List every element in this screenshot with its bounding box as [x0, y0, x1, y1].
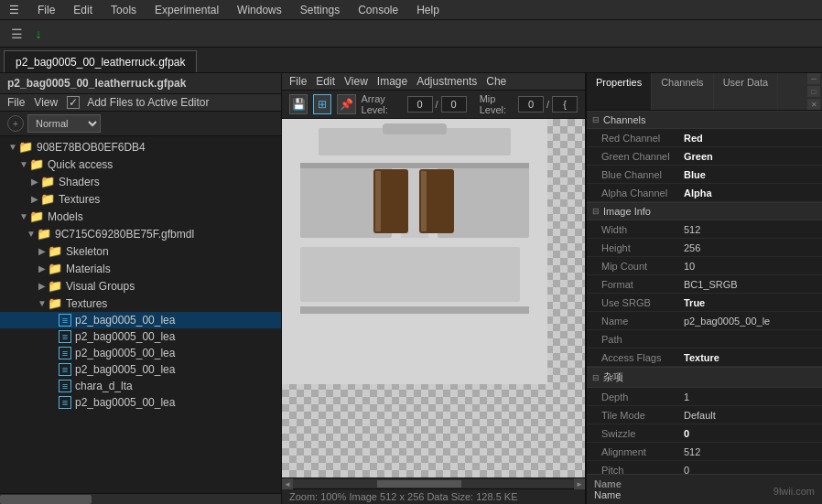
top-menubar: ☰ File Edit Tools Experimental Windows S…	[0, 0, 822, 20]
green-arrow-icon[interactable]: ↓	[29, 25, 48, 43]
menu-experimental[interactable]: Experimental	[151, 2, 222, 18]
tree-item-tex5[interactable]: ≡ p2_bag0005_00_lea	[0, 394, 281, 411]
left-menu-view[interactable]: View	[34, 96, 58, 109]
image-info-section-header: ⊟ Image Info	[587, 202, 822, 220]
tree-item-textures2[interactable]: ▼ 📁 Textures	[0, 295, 281, 312]
tree-item-skeleton[interactable]: ▶ 📁 Skeleton	[0, 242, 281, 260]
expand-icon: ▼	[18, 211, 29, 221]
save-tool-button[interactable]: 💾	[289, 94, 308, 114]
tree-item-chara[interactable]: ≡ chara_d_lta	[0, 378, 281, 394]
menu-console[interactable]: Console	[354, 2, 402, 18]
mip-level-max-input[interactable]	[552, 96, 578, 113]
tree-item-tex2[interactable]: ≡ p2_bag0005_00_lea	[0, 328, 281, 345]
tree-item-textures[interactable]: ▶ 📁 Textures	[0, 190, 281, 208]
expand-icon: ▶	[37, 246, 48, 256]
panel-maximize-button[interactable]: □	[807, 86, 820, 97]
menu-help[interactable]: Help	[413, 2, 443, 18]
props-row-height: Height 256	[587, 239, 822, 257]
tree-item-models[interactable]: ▼ 📁 Models	[0, 208, 281, 225]
props-content: ⊟ Channels Red Channel Red Green Channel…	[587, 111, 822, 474]
hscroll-thumb[interactable]	[0, 495, 92, 504]
folder-icon: 📁	[37, 227, 51, 241]
menu-settings[interactable]: Settings	[297, 2, 343, 18]
panel-close-button[interactable]: ✕	[807, 99, 820, 110]
tree-item-root[interactable]: ▼ 📁 908E78BOB0EF6DB4	[0, 138, 281, 155]
array-level-max-input[interactable]	[441, 96, 467, 113]
left-panel: p2_bag0005_00_leatherruck.gfpak File Vie…	[0, 73, 282, 504]
active-tab[interactable]: p2_bag0005_00_leatherruck.gfpak	[4, 50, 197, 72]
expand-icon: ▶	[37, 281, 48, 291]
props-row-blue-channel: Blue Channel Blue	[587, 166, 822, 184]
props-bottom: Name Name	[587, 474, 822, 504]
collapse-icon: ⊟	[592, 115, 600, 124]
menu-windows[interactable]: Windows	[233, 2, 286, 18]
image-menubar: File Edit View Image Adjustments Che	[282, 73, 585, 91]
array-level-control: Array Level: /	[362, 93, 467, 115]
left-menu-file[interactable]: File	[7, 96, 25, 109]
expand-icon: ▼	[7, 142, 18, 152]
menu-tools[interactable]: Tools	[107, 2, 140, 18]
tab-channels[interactable]: Channels	[652, 73, 713, 110]
expand-icon: ▼	[37, 298, 48, 308]
img-menu-view[interactable]: View	[344, 75, 368, 88]
hscroll-right-button[interactable]: ►	[574, 478, 585, 489]
main-layout: p2_bag0005_00_leatherruck.gfpak File Vie…	[0, 73, 822, 504]
tab-bar: p2_bag0005_00_leatherruck.gfpak	[0, 48, 822, 73]
img-menu-edit[interactable]: Edit	[316, 75, 335, 88]
panel-minimize-button[interactable]: ─	[807, 73, 820, 84]
hscroll-left-button[interactable]: ◄	[282, 478, 293, 489]
pin-tool-button[interactable]: 📌	[337, 94, 355, 114]
file-icon: ≡	[59, 347, 71, 359]
tree-item-tex4[interactable]: ≡ p2_bag0005_00_lea	[0, 361, 281, 378]
folder-icon: 📁	[29, 209, 44, 223]
tree-item-tex1[interactable]: ≡ p2_bag0005_00_lea	[0, 312, 281, 328]
misc-section-header: ⊟ 杂项	[587, 367, 822, 388]
props-tabs: Properties Channels User Data ─ □ ✕	[587, 73, 822, 111]
file-tree: ▼ 📁 908E78BOB0EF6DB4 ▼ 📁 Quick access ▶ …	[0, 136, 281, 493]
zoom-tool-button[interactable]: ⊞	[313, 94, 331, 114]
toolbar: ☰ ↓	[0, 20, 822, 48]
props-row-use-srgb: Use SRGB True	[587, 294, 822, 312]
array-level-input[interactable]	[407, 96, 433, 113]
properties-panel: Properties Channels User Data ─ □ ✕ ⊟ Ch…	[586, 73, 822, 504]
hscroll-thumb[interactable]	[377, 480, 461, 488]
tab-properties[interactable]: Properties	[587, 73, 652, 110]
image-toolbar: 💾 ⊞ 📌 Array Level: / Mip Level: /	[282, 91, 585, 119]
left-toolbar: + Normal	[0, 112, 281, 136]
tree-item-shaders[interactable]: ▶ 📁 Shaders	[0, 173, 281, 190]
left-hscrollbar[interactable]	[0, 493, 281, 504]
mip-level-input[interactable]	[518, 96, 544, 113]
img-menu-image[interactable]: Image	[377, 75, 407, 88]
file-icon: ≡	[59, 396, 71, 409]
menu-edit[interactable]: Edit	[70, 2, 96, 18]
svg-rect-12	[300, 306, 529, 314]
tab-user-data[interactable]: User Data	[714, 73, 779, 110]
img-menu-file[interactable]: File	[289, 75, 307, 88]
mip-level-control: Mip Level: /	[480, 93, 578, 115]
tree-item-visual-groups[interactable]: ▶ 📁 Visual Groups	[0, 277, 281, 295]
svg-rect-10	[300, 163, 529, 168]
expand-icon: ▼	[18, 159, 29, 169]
menu-file[interactable]: File	[34, 2, 59, 18]
add-button[interactable]: +	[7, 115, 24, 132]
hamburger-toolbar-icon[interactable]: ☰	[7, 25, 26, 43]
tree-item-materials[interactable]: ▶ 📁 Materials	[0, 260, 281, 277]
tree-item-9C715[interactable]: ▼ 📁 9C715C69280BE75F.gfbmdl	[0, 225, 281, 242]
tree-item-tex3[interactable]: ≡ p2_bag0005_00_lea	[0, 345, 281, 361]
folder-icon: 📁	[48, 244, 62, 258]
image-statusbar: Zoom: 100% Image 512 x 256 Data Size: 12…	[282, 488, 585, 504]
mode-dropdown[interactable]: Normal	[27, 114, 101, 133]
props-row-depth: Depth 1	[587, 388, 822, 406]
tree-item-quick-access[interactable]: ▼ 📁 Quick access	[0, 155, 281, 173]
left-panel-menubar: File View ✓ Add Files to Active Editor	[0, 94, 281, 112]
img-menu-adjustments[interactable]: Adjustments	[416, 75, 477, 88]
hscroll-track	[293, 480, 574, 488]
add-files-checkbox[interactable]: ✓ Add Files to Active Editor	[67, 96, 209, 109]
folder-icon: 📁	[48, 262, 62, 275]
image-hscrollbar[interactable]: ◄ ►	[282, 477, 585, 488]
expand-icon: ▶	[29, 177, 40, 187]
hamburger-icon[interactable]: ☰	[5, 2, 23, 18]
svg-rect-9	[421, 171, 427, 231]
img-menu-che[interactable]: Che	[486, 75, 506, 88]
props-row-path: Path	[587, 330, 822, 349]
